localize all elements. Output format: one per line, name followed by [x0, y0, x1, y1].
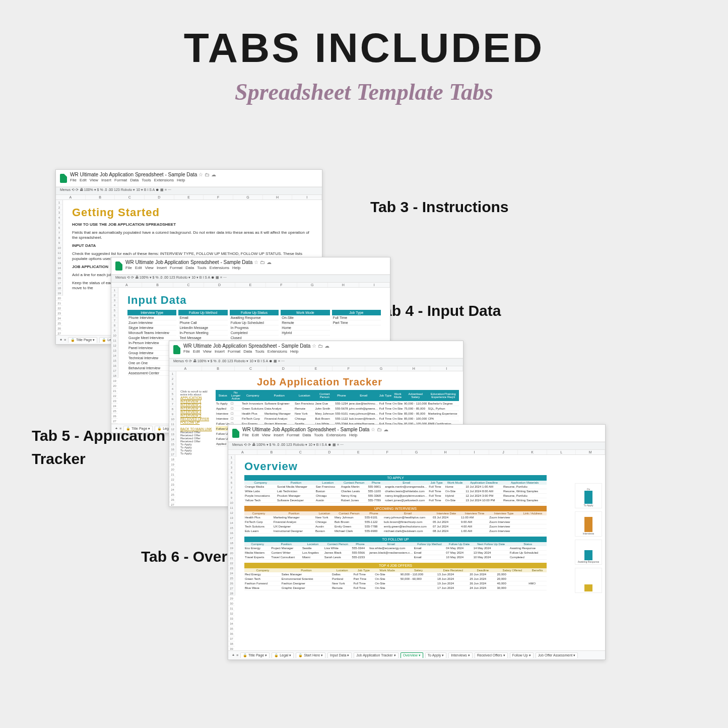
tab-job-application-tracker[interactable]: Job Application Tracker ▾: [354, 652, 398, 658]
tab-interviews[interactable]: Interviews ▾: [448, 652, 472, 658]
sheet4-heading: Overview: [239, 457, 601, 475]
chart-awaiting: Awaiting Response: [575, 540, 602, 565]
tab-received-offers[interactable]: Received Offers ▾: [475, 652, 508, 658]
howto-title: HOW TO USE THE JOB APPLICATION SPREADSHE…: [72, 222, 176, 227]
star-icon[interactable]: ☆: [198, 172, 203, 177]
tab-follow-up[interactable]: Follow Up ▾: [510, 652, 534, 658]
sheet-overview: WR Ultimate Job Application Spreadsheet …: [228, 424, 606, 660]
sheets-icon: [115, 261, 122, 271]
add-tab-icon[interactable]: +: [60, 338, 62, 342]
page-title: TABS INCLUDED: [0, 0, 728, 72]
tab-title-page[interactable]: 🔒 Title Page ▾: [123, 426, 153, 431]
menu-bar[interactable]: FileEditViewInsertFormatDataToolsExtensi…: [70, 177, 216, 184]
add-tab-icon[interactable]: +: [232, 653, 234, 657]
label-tab4: Tab 4 - Input Data: [375, 302, 501, 319]
row-numbers: 1234567891011121314151617181920212223242…: [111, 288, 118, 378]
tab-input-data[interactable]: Input Data ▾: [327, 652, 352, 658]
tab-title-page[interactable]: 🔒 Title Page ▾: [240, 652, 270, 658]
all-tabs-icon[interactable]: ≡: [236, 653, 238, 657]
toolbar[interactable]: Menus ⟲ ⟳ 🖶 100% ▾ $ % .0 .00 123 Roboto…: [169, 358, 463, 366]
tab-strip[interactable]: + ≡ 🔒 Title Page ▾🔒 Legal ▾🔒 Start Here …: [228, 650, 605, 659]
chart-to-apply: OvTo Apply: [575, 483, 602, 508]
sheets-icon: [173, 345, 180, 354]
all-tabs-icon[interactable]: ≡: [119, 427, 121, 430]
sheet2-heading: Input Data: [122, 290, 386, 310]
sheets-icon: [232, 429, 239, 438]
page-subtitle: Spreadsheet Template Tabs: [0, 79, 728, 105]
mini-charts: OvTo Apply Interviews Awaiting Response: [575, 483, 602, 593]
input-title: INPUT DATA: [72, 243, 96, 248]
doc-title: WR Ultimate Job Application Spreadsheet …: [125, 259, 272, 265]
side-links[interactable]: Click to scroll to add extra info aboutA…: [180, 390, 216, 455]
all-tabs-icon[interactable]: ≡: [64, 338, 66, 342]
tab-to-apply[interactable]: To Apply ▾: [425, 652, 446, 658]
tab-job-offer-assessment[interactable]: Job Offer Assessment ▾: [536, 652, 578, 658]
menu-bar[interactable]: FileEditViewInsertFormatDataToolsExtensi…: [242, 432, 388, 439]
label-tab3: Tab 3 - Instructions: [370, 198, 508, 216]
doc-title: WR Ultimate Job Application Spreadsheet …: [183, 343, 329, 349]
column-headers: ABCDEFGHI: [56, 195, 322, 200]
row-numbers: 1234567891011121314151617181920212223242…: [169, 371, 176, 457]
add-tab-icon[interactable]: +: [115, 427, 117, 430]
tab-title-page[interactable]: 🔒 Title Page ▾: [68, 337, 97, 343]
row-numbers: 1234567891011121314151617181920212223242…: [56, 200, 63, 296]
folder-icon[interactable]: 🗀: [205, 172, 210, 177]
tab-overview[interactable]: Overview ▾: [401, 652, 423, 658]
tab-legal[interactable]: 🔒 Legal ▾: [272, 652, 294, 658]
toolbar[interactable]: Menus ⟲ ⟳ 🖶 100% ▾ $ % .0 .00 123 Roboto…: [111, 275, 390, 283]
chart-interviews: Interviews: [575, 511, 602, 537]
chart-offers: [575, 568, 602, 593]
sheet3-heading: Job Application Tracker: [180, 373, 459, 390]
doc-title: WR Ultimate Job Application Spreadsheet …: [70, 172, 216, 177]
tab-start-here[interactable]: 🔒 Start Here ▾: [296, 652, 325, 658]
row-numbers: 1234567891011121314151617181920212223242…: [228, 455, 235, 595]
job-title: JOB APPLICATION: [72, 264, 108, 269]
menu-bar[interactable]: FileEditViewInsertFormatDataToolsExtensi…: [183, 349, 329, 356]
doc-title: WR Ultimate Job Application Spreadsheet …: [242, 427, 388, 432]
toolbar[interactable]: Menus ⟲ ⟳ 🖶 100% ▾ $ % .0 .00 123 Roboto…: [56, 187, 322, 195]
toolbar[interactable]: Menus ⟲ ⟳ 🖶 100% ▾ $ % .0 .00 123 Roboto…: [228, 442, 605, 450]
howto-body: Fields that are automatically populated …: [67, 230, 318, 243]
column-headers: ABCDEFGHI: [111, 283, 390, 288]
column-headers: ABCDEFGHIJKLM: [228, 450, 605, 455]
sheet1-heading: Getting Started: [67, 202, 318, 222]
column-headers: ABCDEFGHI: [169, 366, 463, 371]
label-tab5-line2: Tracker: [32, 450, 86, 468]
menu-bar[interactable]: FileEditViewInsertFormatDataToolsExtensi…: [125, 265, 272, 272]
sheets-icon: [60, 174, 67, 183]
cloud-icon[interactable]: ☁: [211, 172, 216, 177]
